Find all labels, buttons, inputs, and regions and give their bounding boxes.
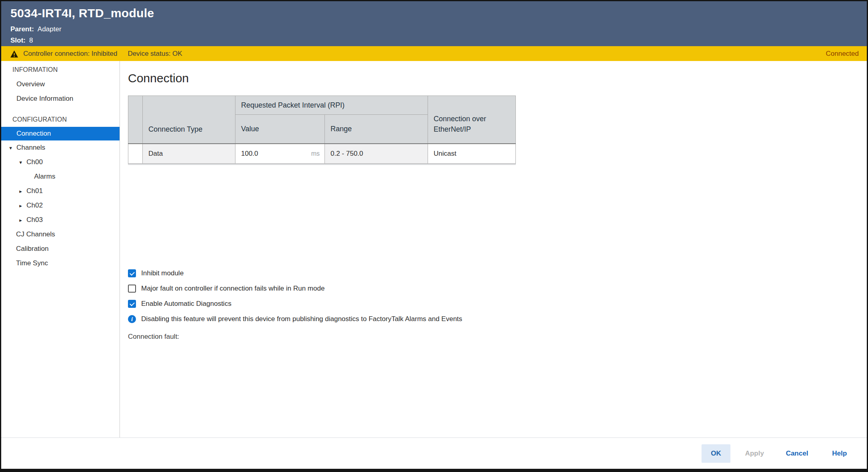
auto-diagnostics-row: Enable Automatic Diagnostics [128, 296, 857, 311]
connection-table: Connection Type Requested Packet Interva… [128, 96, 516, 164]
ok-button[interactable]: OK [702, 444, 730, 463]
chevron-right-icon[interactable]: ▸ [18, 203, 23, 209]
column-header-connection-type: Connection Type [143, 96, 235, 144]
main-content: Connection Connection Type Requested Pac… [120, 61, 867, 437]
rpi-value: 100.0 [241, 150, 258, 158]
page-title: 5034-IRT4I, RTD_module [10, 6, 857, 20]
cancel-button[interactable]: Cancel [779, 444, 815, 463]
inhibit-module-checkbox[interactable] [128, 269, 136, 277]
connection-options: Inhibit module Major fault on controller… [128, 266, 857, 344]
content-title: Connection [128, 71, 857, 85]
row-selector-header [128, 96, 143, 144]
major-fault-row: Major fault on controller if connection … [128, 281, 857, 296]
inhibit-module-row: Inhibit module [128, 266, 857, 281]
sidebar-item-cj-channels[interactable]: CJ Channels [1, 227, 120, 242]
sidebar-item-label: Ch01 [26, 187, 43, 195]
auto-diagnostics-checkbox[interactable] [128, 300, 136, 308]
slot-row: Slot: 8 [10, 35, 857, 46]
help-button[interactable]: Help [821, 444, 858, 463]
sidebar-item-time-sync[interactable]: Time Sync [1, 256, 120, 271]
row-selector-cell[interactable] [128, 144, 143, 164]
navigation-sidebar: INFORMATION Overview Device Information … [1, 61, 120, 437]
major-fault-checkbox[interactable] [128, 285, 136, 293]
sidebar-item-device-information[interactable]: Device Information [1, 92, 120, 106]
section-header-configuration: CONFIGURATION [1, 112, 120, 127]
sidebar-item-ch00-alarms[interactable]: Alarms [1, 169, 120, 184]
sidebar-item-ch00[interactable]: ▾ Ch00 [1, 155, 120, 169]
connection-fault-label: Connection fault: [128, 329, 857, 344]
parent-value: Adapter [38, 24, 62, 35]
sidebar-item-channels[interactable]: ▾ Channels [1, 140, 120, 155]
sidebar-item-calibration[interactable]: Calibration [1, 242, 120, 256]
device-status: Device status: OK [128, 50, 182, 58]
column-header-value: Value [235, 115, 325, 144]
sidebar-item-connection[interactable]: Connection [1, 127, 120, 140]
sidebar-item-ch01[interactable]: ▸ Ch01 [1, 184, 120, 198]
sidebar-item-ch02[interactable]: ▸ Ch02 [1, 198, 120, 213]
diagnostics-info-row: i Disabling this feature will prevent th… [128, 311, 857, 327]
chevron-right-icon[interactable]: ▸ [18, 188, 23, 194]
window-header: 5034-IRT4I, RTD_module Parent: Adapter S… [1, 1, 867, 46]
rpi-unit: ms [311, 150, 320, 157]
body-row: INFORMATION Overview Device Information … [1, 61, 867, 437]
column-header-connection-over-ethernetip: Connection over EtherNet/IP [428, 96, 516, 144]
apply-button[interactable]: Apply [736, 444, 773, 463]
chevron-right-icon[interactable]: ▸ [18, 217, 23, 223]
connection-over-ethernetip-cell[interactable]: Unicast [428, 144, 516, 164]
parent-row: Parent: Adapter [10, 24, 857, 35]
status-alert-bar: Controller connection: Inhibited Device … [1, 46, 867, 61]
section-header-information: INFORMATION [1, 63, 120, 77]
sidebar-item-overview[interactable]: Overview [1, 77, 120, 92]
dialog-footer: OK Apply Cancel Help [1, 437, 867, 469]
column-header-range: Range [325, 115, 428, 144]
sidebar-item-label: Channels [16, 144, 45, 152]
warning-icon [10, 50, 18, 58]
slot-value: 8 [29, 35, 33, 46]
sidebar-item-label: Ch02 [26, 201, 43, 210]
chevron-down-icon[interactable]: ▾ [8, 145, 13, 151]
info-icon: i [128, 315, 136, 323]
table-row: Data 100.0 ms 0.2 - 750.0 Unicast [128, 144, 516, 164]
rpi-value-input[interactable]: 100.0 ms [235, 144, 325, 164]
controller-connection-status: Controller connection: Inhibited [23, 50, 117, 58]
chevron-down-icon[interactable]: ▾ [18, 159, 23, 165]
parent-label: Parent: [10, 24, 34, 35]
auto-diagnostics-label: Enable Automatic Diagnostics [141, 300, 231, 308]
sidebar-item-label: Ch03 [26, 216, 43, 224]
sidebar-item-label: Ch00 [26, 158, 43, 166]
major-fault-label: Major fault on controller if connection … [141, 285, 324, 293]
module-properties-window: 5034-IRT4I, RTD_module Parent: Adapter S… [0, 0, 868, 472]
inhibit-module-label: Inhibit module [141, 269, 184, 277]
connection-state-badge: Connected [826, 50, 859, 58]
connection-type-cell: Data [143, 144, 235, 164]
column-group-rpi: Requested Packet Interval (RPI) [235, 96, 428, 115]
rpi-range-cell: 0.2 - 750.0 [325, 144, 428, 164]
nav-list: INFORMATION Overview Device Information … [1, 63, 120, 271]
sidebar-item-ch03[interactable]: ▸ Ch03 [1, 213, 120, 227]
slot-label: Slot: [10, 35, 26, 46]
diagnostics-info-text: Disabling this feature will prevent this… [141, 315, 462, 323]
